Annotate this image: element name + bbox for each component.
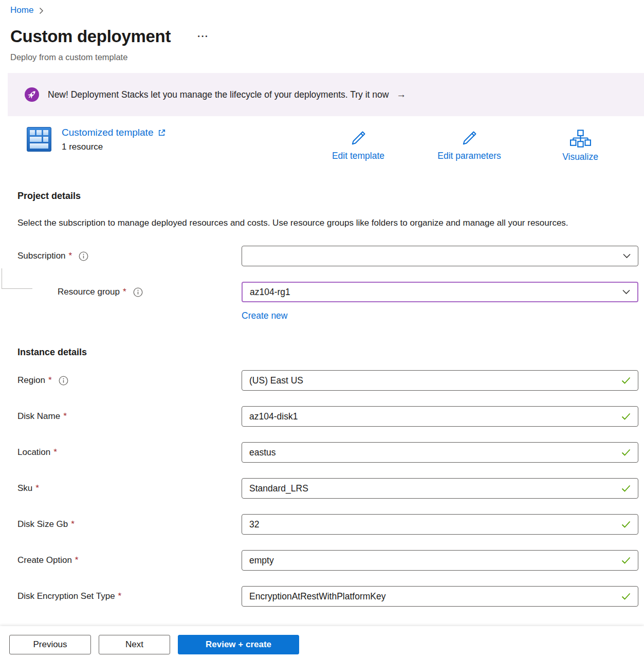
- next-button[interactable]: Next: [99, 635, 170, 654]
- disk-size-label: Disk Size Gb: [17, 519, 68, 529]
- sku-label: Sku: [17, 483, 32, 494]
- subscription-select[interactable]: [242, 246, 638, 266]
- review-create-button[interactable]: Review + create: [178, 635, 299, 654]
- disk-encryption-set-type-row: Disk Encryption Set Type * EncryptionAtR…: [17, 586, 638, 607]
- disk-encryption-input[interactable]: EncryptionAtRestWithPlatformKey: [242, 586, 638, 607]
- resource-group-label: Resource group: [58, 287, 120, 297]
- region-label-group: Region *: [17, 375, 242, 386]
- required-marker: *: [75, 555, 79, 565]
- banner-message: New! Deployment Stacks let you manage th…: [48, 89, 348, 100]
- project-details-description: Select the subscription to manage deploy…: [0, 215, 591, 231]
- banner-try-it-now-link[interactable]: Try it now: [350, 89, 389, 100]
- edit-template-label: Edit template: [332, 151, 384, 161]
- wizard-footer: Previous Next Review + create: [0, 626, 644, 658]
- resource-count: 1 resource: [62, 142, 166, 152]
- customized-template-label: Customized template: [62, 127, 153, 138]
- disk-name-row: Disk Name * az104-disk1: [17, 406, 638, 427]
- disk-encryption-label-group: Disk Encryption Set Type *: [17, 591, 242, 601]
- edit-parameters-button[interactable]: Edit parameters: [414, 127, 525, 162]
- subscription-label-group: Subscription *: [17, 251, 242, 261]
- resource-group-select[interactable]: az104-rg1: [242, 282, 638, 302]
- sku-label-group: Sku *: [17, 483, 242, 494]
- template-card-text: Customized template 1 resource: [62, 127, 166, 152]
- info-icon[interactable]: [59, 376, 68, 386]
- pencil-icon: [461, 130, 478, 151]
- project-details-form: Subscription * Resource grou: [0, 246, 644, 321]
- breadcrumb-home-link[interactable]: Home: [10, 5, 33, 15]
- visualize-label: Visualize: [562, 152, 598, 162]
- subscription-resource-group-connector: [2, 268, 32, 289]
- chevron-down-icon: [623, 253, 631, 259]
- breadcrumb: Home: [0, 0, 644, 15]
- location-label: Location: [17, 447, 50, 458]
- disk-size-input[interactable]: 32: [242, 514, 638, 535]
- location-value: eastus: [249, 447, 617, 458]
- disk-name-label: Disk Name: [17, 411, 60, 422]
- resource-group-value: az104-rg1: [250, 287, 618, 298]
- location-input[interactable]: eastus: [242, 442, 638, 463]
- previous-button[interactable]: Previous: [9, 635, 91, 654]
- region-input[interactable]: (US) East US: [242, 370, 638, 391]
- info-icon[interactable]: [79, 251, 88, 261]
- required-marker: *: [35, 483, 39, 494]
- disk-name-input[interactable]: az104-disk1: [242, 406, 638, 427]
- pencil-icon: [349, 130, 367, 151]
- banner-arrow-icon[interactable]: →: [396, 89, 406, 100]
- sku-input[interactable]: Standard_LRS: [242, 478, 638, 499]
- page-subtitle: Deploy from a custom template: [0, 52, 644, 62]
- instance-details-form: Region * (US) East US Disk Na: [0, 370, 644, 607]
- rocket-icon: [25, 87, 39, 102]
- required-marker: *: [123, 287, 126, 297]
- required-marker: *: [71, 519, 75, 529]
- disk-size-label-group: Disk Size Gb *: [17, 519, 242, 529]
- sku-value: Standard_LRS: [249, 483, 617, 494]
- chevron-down-icon: [622, 289, 630, 295]
- sku-row: Sku * Standard_LRS: [17, 478, 638, 499]
- disk-name-value: az104-disk1: [249, 411, 617, 422]
- banner-text: New! Deployment Stacks let you manage th…: [48, 89, 406, 100]
- subscription-row: Subscription *: [17, 246, 638, 266]
- disk-encryption-value: EncryptionAtRestWithPlatformKey: [249, 591, 617, 602]
- valid-check-icon: [621, 377, 631, 384]
- template-icon: [27, 127, 51, 152]
- project-details-heading: Project details: [0, 191, 644, 202]
- disk-size-row: Disk Size Gb * 32: [17, 514, 638, 535]
- valid-check-icon: [621, 449, 631, 456]
- deployment-stacks-banner: New! Deployment Stacks let you manage th…: [8, 73, 644, 116]
- disk-encryption-label: Disk Encryption Set Type: [17, 591, 115, 601]
- required-marker: *: [69, 251, 72, 261]
- required-marker: *: [63, 411, 67, 422]
- region-row: Region * (US) East US: [17, 370, 638, 391]
- template-card-row: Customized template 1 resource: [27, 127, 636, 162]
- valid-check-icon: [621, 593, 631, 600]
- instance-details-heading: Instance details: [0, 347, 644, 358]
- more-options-button[interactable]: ···: [194, 30, 212, 43]
- region-label: Region: [17, 375, 45, 386]
- title-row: Custom deployment ···: [0, 27, 644, 46]
- page-title: Custom deployment: [10, 27, 171, 46]
- edit-template-button[interactable]: Edit template: [303, 127, 414, 162]
- create-new-link[interactable]: Create new: [242, 310, 288, 321]
- template-actions: Edit template Edit parameters: [303, 127, 636, 162]
- customized-template-link[interactable]: Customized template: [62, 127, 166, 138]
- external-link-icon: [157, 129, 166, 137]
- region-value: (US) East US: [249, 375, 617, 386]
- valid-check-icon: [621, 521, 631, 528]
- create-option-input[interactable]: empty: [242, 550, 638, 571]
- visualize-button[interactable]: Visualize: [525, 127, 636, 162]
- disk-size-value: 32: [249, 519, 617, 530]
- template-card: Customized template 1 resource: [27, 127, 166, 152]
- hierarchy-icon: [569, 130, 591, 152]
- disk-name-label-group: Disk Name *: [17, 411, 242, 422]
- valid-check-icon: [621, 485, 631, 492]
- required-marker: *: [118, 591, 122, 601]
- valid-check-icon: [621, 413, 631, 420]
- page-content: Home Custom deployment ··· Deploy from a…: [0, 0, 644, 626]
- location-row: Location * eastus: [17, 442, 638, 463]
- create-option-label: Create Option: [17, 555, 72, 565]
- create-option-label-group: Create Option *: [17, 555, 242, 565]
- create-option-value: empty: [249, 555, 617, 566]
- required-marker: *: [48, 375, 52, 386]
- breadcrumb-chevron-icon: [39, 6, 44, 14]
- info-icon[interactable]: [133, 287, 143, 297]
